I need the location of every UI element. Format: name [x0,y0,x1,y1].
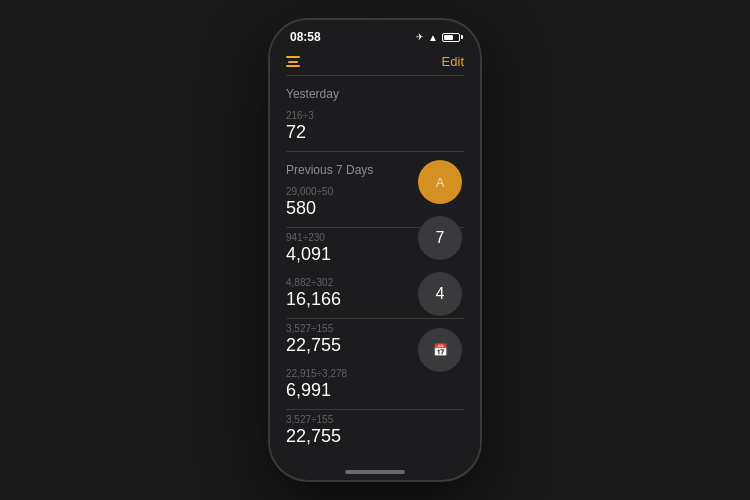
battery-icon [442,33,460,42]
list-item[interactable]: 216÷3 72 [270,106,480,151]
list-icon-line-3 [286,65,300,67]
list-icon[interactable] [286,56,300,67]
section-header-yesterday: Yesterday [270,76,480,106]
toolbar: Edit [270,48,480,75]
calc-expression: 216÷3 [286,110,464,121]
right-side-keys: A 7 4 📅 [418,160,470,372]
home-indicator [345,470,405,474]
key-7[interactable]: 7 [418,216,462,260]
edit-button[interactable]: Edit [442,54,464,69]
status-bar: 08:58 ✈ ▲ [270,20,480,48]
status-icons: ✈ ▲ [416,32,460,43]
list-icon-line-1 [286,56,300,58]
calc-result: 72 [286,122,464,143]
status-time: 08:58 [290,30,321,44]
calc-result: 22,755 [286,426,464,447]
list-item[interactable]: 3,527÷155 22,755 [270,410,480,455]
section-title-previous7days: Previous 7 Days [286,163,373,177]
wifi-icon: ▲ [428,32,438,43]
phone-frame: 08:58 ✈ ▲ Edit Yesterday 216÷3 [270,20,480,480]
list-icon-line-2 [288,61,298,63]
airplane-icon: ✈ [416,32,424,42]
calc-expression: 3,527÷155 [286,414,464,425]
key-calendar[interactable]: 📅 [418,328,462,372]
section-title-yesterday: Yesterday [286,87,339,101]
key-A[interactable]: A [418,160,462,204]
key-4[interactable]: 4 [418,272,462,316]
calc-result: 6,991 [286,380,464,401]
